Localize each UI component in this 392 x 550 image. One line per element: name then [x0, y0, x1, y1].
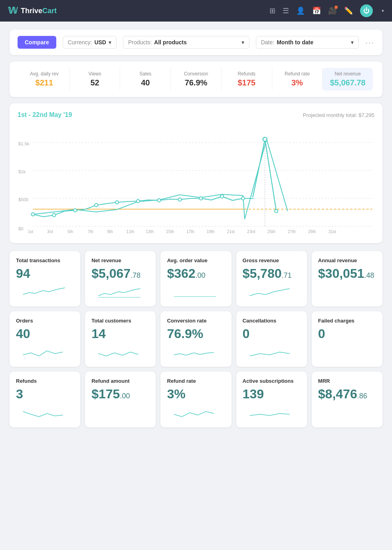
svg-text:29th: 29th	[308, 229, 316, 234]
video-icon[interactable]: 🎥	[328, 6, 337, 15]
svg-point-23	[275, 210, 278, 213]
metrics-row-3: Refunds 3 Refund amount $175.00 Refund r…	[10, 372, 382, 427]
metric-annual-revenue-sparkline	[318, 285, 376, 300]
products-label: Products:	[128, 39, 152, 46]
metric-annual-revenue-value: $30,051.48	[318, 267, 376, 281]
metric-active-subscriptions: Active subscriptions 139	[236, 372, 307, 427]
stat-refunds-value: $175	[222, 78, 272, 87]
metric-total-transactions-label: Total transactions	[16, 257, 74, 263]
main-content: Compare Currency: USD ▾ Products: All pr…	[0, 22, 392, 435]
metric-active-subscriptions-label: Active subscriptions	[243, 378, 301, 384]
metric-net-revenue-sparkline	[91, 285, 149, 300]
metric-total-customers: Total customers 14	[85, 311, 156, 367]
chart-svg: $0 $500 $1k $1.5k	[18, 123, 374, 235]
stat-net-revenue-value: $5,067.78	[323, 78, 373, 87]
stat-views: Views 52	[70, 68, 121, 91]
metric-cancellations: Cancellations 0	[236, 311, 307, 367]
metric-refunds-sparkline	[16, 406, 74, 421]
date-chevron-icon: ▾	[351, 39, 354, 46]
app-header: 𝕎 ThriveCart ⊞ ☰ 👤 📅 🎥 ✏️ ⏻ ▾	[0, 0, 392, 22]
metric-total-customers-sparkline	[91, 345, 149, 360]
metric-total-transactions-sparkline	[16, 285, 74, 300]
stat-net-revenue: Net revenue $5,067.78	[323, 68, 373, 91]
stat-refunds: Refunds $175	[222, 68, 272, 91]
stat-net-revenue-label: Net revenue	[323, 71, 373, 77]
metric-cancellations-sparkline	[243, 345, 301, 360]
currency-filter[interactable]: Currency: USD ▾	[63, 36, 117, 49]
svg-text:19th: 19th	[207, 229, 215, 234]
metric-avg-order-value-label: Avg. order value	[167, 257, 225, 263]
stat-conversion-label: Conversion	[171, 71, 221, 77]
calendar-icon[interactable]: 📅	[312, 6, 321, 15]
logo: 𝕎 ThriveCart	[8, 6, 57, 16]
metric-avg-order-value: Avg. order value $362.00	[160, 251, 231, 307]
svg-text:$1.5k: $1.5k	[18, 141, 30, 146]
svg-point-20	[220, 195, 224, 198]
svg-point-17	[157, 199, 160, 202]
compare-button[interactable]: Compare	[18, 36, 56, 49]
notification-dot	[335, 6, 338, 9]
date-value: Month to date	[277, 39, 313, 46]
grid-icon[interactable]: ⊞	[269, 6, 275, 15]
stat-avg-daily-rev: Avg. daily rev $211	[19, 68, 70, 91]
svg-text:13th: 13th	[146, 229, 154, 234]
chart-header: 1st - 22nd May '19 Projected monthly tot…	[18, 111, 374, 119]
metric-avg-order-value-value: $362.00	[167, 267, 225, 281]
svg-text:25th: 25th	[267, 229, 275, 234]
metric-refunds: Refunds 3	[10, 372, 80, 427]
products-value: All products	[154, 39, 187, 46]
metric-total-transactions: Total transactions 94	[10, 251, 80, 307]
svg-text:$500: $500	[18, 197, 28, 202]
date-filter[interactable]: Date: Month to date ▾	[256, 36, 359, 49]
metric-orders: Orders 40	[10, 311, 80, 367]
svg-text:17th: 17th	[186, 229, 194, 234]
user-icon[interactable]: 👤	[296, 6, 305, 15]
list-icon[interactable]: ☰	[283, 6, 289, 15]
metric-refund-amount-label: Refund amount	[91, 378, 149, 384]
products-filter[interactable]: Products: All products ▾	[123, 36, 249, 49]
metric-gross-revenue-value: $5,780.71	[243, 267, 301, 281]
svg-text:11th: 11th	[127, 229, 135, 234]
metric-refund-rate-label: Refund rate	[167, 378, 225, 384]
chevron-down-icon[interactable]: ▾	[382, 8, 384, 14]
metric-cancellations-label: Cancellations	[243, 318, 301, 324]
metric-orders-sparkline	[16, 345, 74, 360]
chart-section: 1st - 22nd May '19 Projected monthly tot…	[10, 103, 382, 243]
metric-total-transactions-value: 94	[16, 267, 74, 281]
metric-orders-value: 40	[16, 327, 74, 341]
svg-point-19	[199, 197, 202, 200]
metric-avg-order-value-sparkline	[167, 285, 225, 300]
more-options-button[interactable]: ···	[365, 38, 374, 47]
svg-text:9th: 9th	[107, 229, 113, 234]
metric-cancellations-value: 0	[243, 327, 301, 341]
stat-refunds-label: Refunds	[222, 71, 272, 77]
svg-text:5th: 5th	[67, 229, 73, 234]
metric-gross-revenue-sparkline	[243, 285, 301, 300]
metric-active-subscriptions-value: 139	[243, 387, 301, 401]
svg-point-15	[115, 201, 119, 204]
metric-refund-amount-value: $175.00	[91, 387, 149, 401]
metric-mrr: MRR $8,476.86	[312, 372, 382, 427]
date-label: Date:	[261, 39, 274, 46]
stat-avg-daily-rev-label: Avg. daily rev	[19, 71, 69, 77]
svg-point-14	[95, 204, 98, 207]
svg-point-22	[263, 137, 267, 141]
currency-value: USD	[94, 39, 106, 46]
metric-refund-amount: Refund amount $175.00	[85, 372, 156, 427]
stat-sales-value: 40	[120, 78, 170, 87]
stat-avg-daily-rev-value: $211	[19, 78, 69, 87]
logo-icon: 𝕎	[8, 6, 18, 16]
edit-icon[interactable]: ✏️	[344, 6, 353, 15]
metric-failed-charges-label: Failed charges	[318, 318, 376, 324]
stat-sales-label: Sales	[120, 71, 170, 77]
svg-point-13	[73, 209, 77, 212]
metric-refunds-label: Refunds	[16, 378, 74, 384]
metric-refund-rate-value: 3%	[167, 387, 225, 401]
svg-text:15th: 15th	[166, 229, 174, 234]
metric-refund-rate: Refund rate 3%	[160, 372, 231, 427]
svg-text:7th: 7th	[88, 229, 93, 234]
metric-net-revenue: Net revenue $5,067.78	[85, 251, 156, 307]
power-button[interactable]: ⏻	[360, 4, 373, 17]
stat-views-value: 52	[70, 78, 120, 87]
svg-text:$1k: $1k	[18, 169, 26, 174]
